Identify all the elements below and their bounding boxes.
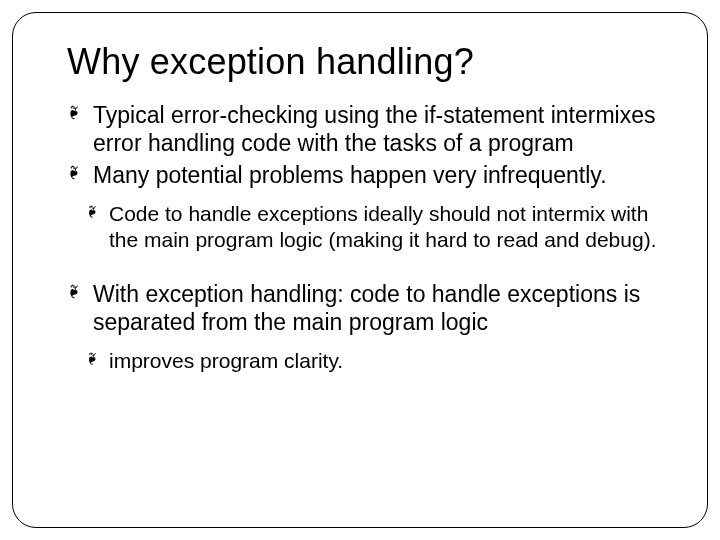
sub-bullet-item: improves program clarity. — [85, 348, 663, 374]
slide-title: Why exception handling? — [67, 41, 663, 83]
bullet-item: Typical error-checking using the if-stat… — [67, 101, 663, 157]
sub-bullet-list-1: Code to handle exceptions ideally should… — [85, 201, 663, 252]
bullet-list-2: With exception handling: code to handle … — [67, 280, 663, 336]
bullet-list-1: Typical error-checking using the if-stat… — [67, 101, 663, 189]
slide-frame: Why exception handling? Typical error-ch… — [12, 12, 708, 528]
bullet-item: With exception handling: code to handle … — [67, 280, 663, 336]
sub-bullet-item: Code to handle exceptions ideally should… — [85, 201, 663, 252]
sub-bullet-list-2: improves program clarity. — [85, 348, 663, 374]
bullet-item: Many potential problems happen very infr… — [67, 161, 663, 189]
spacer — [67, 266, 663, 280]
